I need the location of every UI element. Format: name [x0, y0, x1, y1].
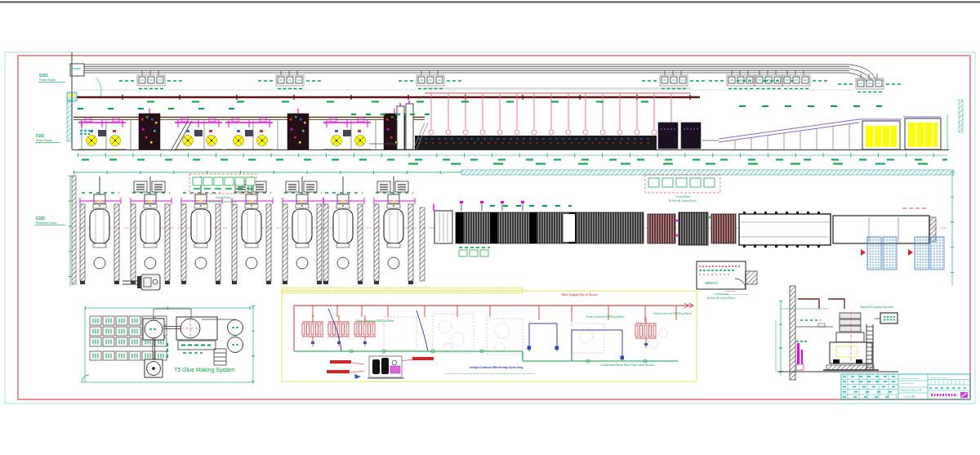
margin-label-code: E101 — [39, 74, 48, 78]
steam-conn-label: Steam Connection DN80(Dia=89mm) — [356, 319, 394, 323]
glue-pump — [145, 359, 163, 377]
callout-label-red — [330, 360, 351, 364]
margin-label-code: F101 — [36, 134, 45, 138]
roll-stand-plan — [323, 176, 364, 284]
forklift-icon — [122, 274, 160, 290]
callout-label-red — [412, 357, 434, 360]
steam-title: Main Supply Pipe of Steam — [562, 293, 597, 297]
single-facer-icon — [139, 109, 160, 149]
steam-schematic: Main Supply Pipe of Steam Timing Gate By… — [282, 288, 749, 381]
roll-stand-plan — [181, 176, 222, 284]
control-desk-caption2: By Series Ac Comtrue Electric — [707, 297, 736, 300]
schematic-note-red: Timing Gate — [725, 290, 737, 292]
electrical-panel-group — [119, 70, 902, 92]
stacker-1 — [859, 119, 902, 149]
control-panel-area-2: Control Panel By Series Ac Comtrue Elect… — [645, 175, 720, 203]
roll-stand-plan — [131, 176, 172, 284]
roll-stand-elevation — [225, 118, 273, 149]
glue-gap-plan — [420, 204, 452, 281]
double-facer-plan — [456, 201, 644, 243]
blue-arrow-icon — [354, 374, 361, 379]
schematic-machines-faint — [384, 314, 667, 355]
single-facer-icon — [287, 109, 309, 149]
cad-drawing-sheet: E101 Power Supply F101 Steam Supply E103… — [0, 0, 980, 455]
plan-roll-stands — [80, 176, 415, 284]
flow-arrow-icon — [908, 249, 913, 256]
section-magenta-fittings — [796, 341, 808, 370]
roll-stand-elevation — [175, 118, 222, 149]
cross-section: Speed Display Screen — [776, 286, 898, 380]
section-ladder — [866, 324, 873, 370]
plan-roll-labels — [134, 181, 408, 192]
double-facer-plan-labels — [459, 248, 490, 256]
glue-making-block: T5 Glue Making System — [82, 306, 253, 384]
roll-stand-plan — [232, 176, 273, 284]
margin-label-code: E103 — [36, 216, 45, 221]
margin-label-text: Equipment Layout — [36, 221, 57, 225]
cutoff-knife-elevation — [658, 123, 719, 149]
margin-label-equipment: E103 Equipment Layout — [35, 216, 65, 225]
margin-label-power: E101 Power Supply — [38, 74, 65, 83]
title-block-sign: T5 GL 489 — [903, 395, 915, 399]
condensate-recovery-unit — [327, 356, 434, 379]
speed-display-label: Speed Display Screen — [860, 305, 894, 309]
margin-label-text: Power Supply — [39, 78, 56, 82]
incline-conveyor-elevation — [719, 119, 859, 149]
control-desk-code: TAE8912 — [704, 281, 719, 285]
conveyor-table-1 — [739, 212, 831, 248]
control-panel-caption2: By Series Ac Comtrue Electric — [669, 199, 697, 203]
schematic-green-caption: Fast Steam Consumption in whole line pro… — [445, 372, 535, 375]
stacker-2 — [903, 117, 941, 149]
drawing-canvas: E101 Power Supply F101 Steam Supply E103… — [0, 0, 980, 455]
glue-system-title: T5 Glue Making System — [174, 367, 235, 373]
steam-conn-label: Steam Connection DN80(Dia=89mm) — [586, 315, 624, 319]
right-teal-column — [959, 100, 963, 132]
speed-display-panel — [875, 313, 898, 323]
steam-conn-label: Steam Connection DN65(Dia=76mm) — [653, 312, 691, 315]
plan-top-wall — [74, 170, 954, 175]
roll-stand-plan — [80, 176, 121, 284]
roll-stand-plan — [374, 176, 415, 284]
margin-label-steam: F101 Steam Supply — [35, 134, 60, 143]
title-block: Corrugated Cardboard Production Line WJ1… — [841, 374, 970, 399]
glue-storage-tank — [164, 317, 217, 353]
company-logo-icon — [931, 392, 968, 398]
roll-stands-elevation — [78, 118, 371, 149]
margin-label-text: Steam Supply — [36, 139, 52, 142]
control-panel-caption: Control Panel — [675, 195, 691, 199]
title-block-line1: Corrugated Cardboard — [900, 377, 920, 379]
section-pipes — [798, 299, 844, 309]
flow-arrow-icon — [861, 249, 866, 256]
control-panel-caption2: By Series Ac Comtrue Electric — [209, 200, 238, 203]
plan-left-wall — [70, 176, 76, 286]
callout-label-red — [327, 370, 350, 373]
slitter-blocks-plan — [648, 212, 736, 245]
steam-main-line — [294, 303, 693, 351]
schematic-note-green: By Series Ac Comtrue Electric — [722, 293, 749, 296]
roll-stand-elevation — [323, 118, 371, 149]
title-block-code: WJ170-1700-2-VF — [930, 377, 947, 379]
title-block-line2: Production Line — [900, 382, 914, 384]
schematic-blue-title: Intelligent Condensate Water Drainage Sy… — [470, 366, 523, 369]
title-block-model: WJ170-1700-5-VF — [901, 389, 921, 392]
condensate-bracket-label: Condensate Water Main Pipe Lower Bracket — [600, 364, 655, 367]
glue-stairs — [214, 349, 226, 365]
section-wall-column — [790, 286, 795, 380]
control-panel-caption: Control Panel — [216, 196, 231, 199]
roll-stand-plan — [283, 176, 323, 284]
steam-main-pipe — [67, 92, 700, 101]
